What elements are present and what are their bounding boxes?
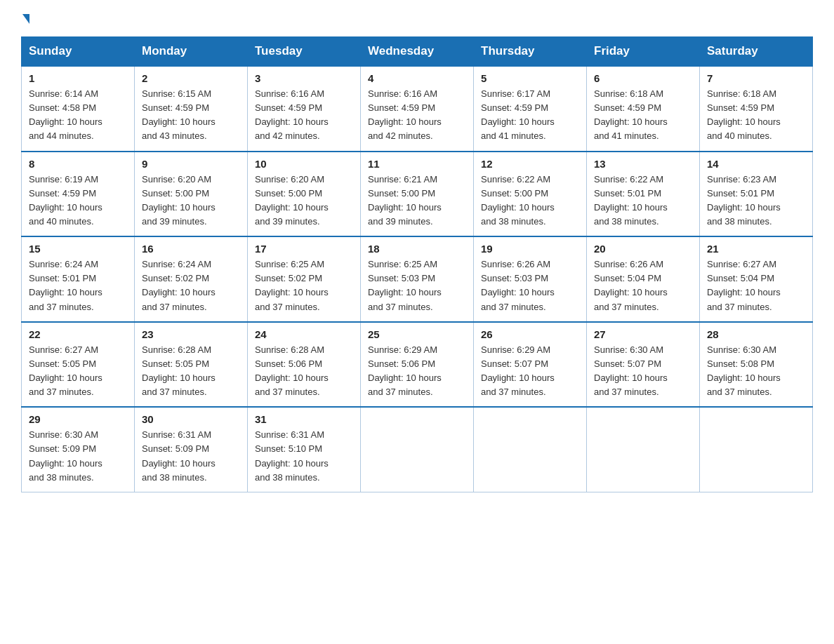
calendar-cell: [474, 407, 587, 492]
week-row-1: 1 Sunrise: 6:14 AMSunset: 4:58 PMDayligh…: [22, 66, 813, 152]
calendar-cell: 24 Sunrise: 6:28 AMSunset: 5:06 PMDaylig…: [248, 322, 361, 408]
calendar-cell: 9 Sunrise: 6:20 AMSunset: 5:00 PMDayligh…: [135, 152, 248, 237]
calendar-table: SundayMondayTuesdayWednesdayThursdayFrid…: [21, 36, 813, 492]
day-number: 18: [368, 243, 466, 255]
day-info: Sunrise: 6:30 AMSunset: 5:07 PMDaylight:…: [594, 344, 668, 397]
calendar-cell: 30 Sunrise: 6:31 AMSunset: 5:09 PMDaylig…: [135, 407, 248, 492]
day-number: 7: [707, 72, 805, 84]
calendar-cell: 3 Sunrise: 6:16 AMSunset: 4:59 PMDayligh…: [248, 66, 361, 152]
day-number: 24: [255, 328, 353, 340]
day-info: Sunrise: 6:25 AMSunset: 5:02 PMDaylight:…: [255, 259, 329, 311]
week-row-3: 15 Sunrise: 6:24 AMSunset: 5:01 PMDaylig…: [22, 236, 813, 322]
calendar-cell: 14 Sunrise: 6:23 AMSunset: 5:01 PMDaylig…: [700, 152, 813, 237]
day-info: Sunrise: 6:22 AMSunset: 5:01 PMDaylight:…: [594, 174, 668, 227]
calendar-cell: 7 Sunrise: 6:18 AMSunset: 4:59 PMDayligh…: [700, 66, 813, 152]
calendar-cell: 26 Sunrise: 6:29 AMSunset: 5:07 PMDaylig…: [474, 322, 587, 408]
calendar-cell: 25 Sunrise: 6:29 AMSunset: 5:06 PMDaylig…: [361, 322, 474, 408]
day-number: 25: [368, 328, 466, 340]
day-info: Sunrise: 6:19 AMSunset: 4:59 PMDaylight:…: [29, 174, 102, 227]
day-number: 28: [707, 328, 805, 340]
day-info: Sunrise: 6:26 AMSunset: 5:03 PMDaylight:…: [481, 259, 555, 311]
logo-arrow-icon: [22, 14, 29, 24]
column-header-sunday: Sunday: [22, 37, 135, 67]
day-number: 16: [142, 243, 240, 255]
day-number: 6: [594, 72, 692, 84]
calendar-cell: 19 Sunrise: 6:26 AMSunset: 5:03 PMDaylig…: [474, 236, 587, 322]
day-number: 26: [481, 328, 579, 340]
calendar-cell: 12 Sunrise: 6:22 AMSunset: 5:00 PMDaylig…: [474, 152, 587, 237]
day-info: Sunrise: 6:31 AMSunset: 5:09 PMDaylight:…: [142, 429, 216, 482]
day-number: 23: [142, 328, 240, 340]
day-number: 13: [594, 158, 692, 170]
day-number: 9: [142, 158, 240, 170]
day-number: 17: [255, 243, 353, 255]
day-info: Sunrise: 6:24 AMSunset: 5:01 PMDaylight:…: [29, 259, 102, 311]
day-number: 11: [368, 158, 466, 170]
column-header-monday: Monday: [135, 37, 248, 67]
column-header-wednesday: Wednesday: [361, 37, 474, 67]
day-info: Sunrise: 6:21 AMSunset: 5:00 PMDaylight:…: [368, 174, 442, 227]
day-number: 3: [255, 72, 353, 84]
calendar-cell: 20 Sunrise: 6:26 AMSunset: 5:04 PMDaylig…: [587, 236, 700, 322]
calendar-cell: 10 Sunrise: 6:20 AMSunset: 5:00 PMDaylig…: [248, 152, 361, 237]
day-number: 20: [594, 243, 692, 255]
calendar-cell: 27 Sunrise: 6:30 AMSunset: 5:07 PMDaylig…: [587, 322, 700, 408]
column-header-friday: Friday: [587, 37, 700, 67]
calendar-cell: 29 Sunrise: 6:30 AMSunset: 5:09 PMDaylig…: [22, 407, 135, 492]
week-row-5: 29 Sunrise: 6:30 AMSunset: 5:09 PMDaylig…: [22, 407, 813, 492]
day-info: Sunrise: 6:23 AMSunset: 5:01 PMDaylight:…: [707, 174, 781, 227]
week-row-2: 8 Sunrise: 6:19 AMSunset: 4:59 PMDayligh…: [22, 152, 813, 237]
day-info: Sunrise: 6:22 AMSunset: 5:00 PMDaylight:…: [481, 174, 555, 227]
day-number: 21: [707, 243, 805, 255]
week-row-4: 22 Sunrise: 6:27 AMSunset: 5:05 PMDaylig…: [22, 322, 813, 408]
calendar-cell: 23 Sunrise: 6:28 AMSunset: 5:05 PMDaylig…: [135, 322, 248, 408]
day-info: Sunrise: 6:31 AMSunset: 5:10 PMDaylight:…: [255, 429, 329, 482]
day-info: Sunrise: 6:18 AMSunset: 4:59 PMDaylight:…: [707, 88, 781, 141]
day-info: Sunrise: 6:30 AMSunset: 5:09 PMDaylight:…: [29, 429, 102, 482]
day-info: Sunrise: 6:28 AMSunset: 5:05 PMDaylight:…: [142, 344, 216, 397]
day-info: Sunrise: 6:28 AMSunset: 5:06 PMDaylight:…: [255, 344, 329, 397]
day-info: Sunrise: 6:14 AMSunset: 4:58 PMDaylight:…: [29, 88, 102, 141]
calendar-cell: 11 Sunrise: 6:21 AMSunset: 5:00 PMDaylig…: [361, 152, 474, 237]
column-header-tuesday: Tuesday: [248, 37, 361, 67]
calendar-cell: [361, 407, 474, 492]
calendar-cell: [700, 407, 813, 492]
calendar-cell: 18 Sunrise: 6:25 AMSunset: 5:03 PMDaylig…: [361, 236, 474, 322]
day-number: 10: [255, 158, 353, 170]
day-info: Sunrise: 6:29 AMSunset: 5:06 PMDaylight:…: [368, 344, 442, 397]
calendar-cell: 15 Sunrise: 6:24 AMSunset: 5:01 PMDaylig…: [22, 236, 135, 322]
day-number: 12: [481, 158, 579, 170]
column-header-thursday: Thursday: [474, 37, 587, 67]
day-info: Sunrise: 6:15 AMSunset: 4:59 PMDaylight:…: [142, 88, 216, 141]
day-number: 27: [594, 328, 692, 340]
day-number: 4: [368, 72, 466, 84]
day-number: 31: [255, 413, 353, 425]
calendar-cell: 31 Sunrise: 6:31 AMSunset: 5:10 PMDaylig…: [248, 407, 361, 492]
calendar-cell: 22 Sunrise: 6:27 AMSunset: 5:05 PMDaylig…: [22, 322, 135, 408]
day-number: 30: [142, 413, 240, 425]
day-info: Sunrise: 6:30 AMSunset: 5:08 PMDaylight:…: [707, 344, 781, 397]
calendar-cell: 16 Sunrise: 6:24 AMSunset: 5:02 PMDaylig…: [135, 236, 248, 322]
calendar-cell: 17 Sunrise: 6:25 AMSunset: 5:02 PMDaylig…: [248, 236, 361, 322]
day-number: 2: [142, 72, 240, 84]
calendar-cell: 13 Sunrise: 6:22 AMSunset: 5:01 PMDaylig…: [587, 152, 700, 237]
calendar-cell: 1 Sunrise: 6:14 AMSunset: 4:58 PMDayligh…: [22, 66, 135, 152]
day-number: 15: [29, 243, 127, 255]
day-info: Sunrise: 6:27 AMSunset: 5:05 PMDaylight:…: [29, 344, 102, 397]
day-number: 14: [707, 158, 805, 170]
day-number: 8: [29, 158, 127, 170]
calendar-cell: 5 Sunrise: 6:17 AMSunset: 4:59 PMDayligh…: [474, 66, 587, 152]
day-info: Sunrise: 6:29 AMSunset: 5:07 PMDaylight:…: [481, 344, 555, 397]
calendar-cell: 21 Sunrise: 6:27 AMSunset: 5:04 PMDaylig…: [700, 236, 813, 322]
day-info: Sunrise: 6:18 AMSunset: 4:59 PMDaylight:…: [594, 88, 668, 141]
day-info: Sunrise: 6:20 AMSunset: 5:00 PMDaylight:…: [255, 174, 329, 227]
day-info: Sunrise: 6:24 AMSunset: 5:02 PMDaylight:…: [142, 259, 216, 311]
calendar-cell: 28 Sunrise: 6:30 AMSunset: 5:08 PMDaylig…: [700, 322, 813, 408]
page-header: [21, 14, 813, 24]
day-number: 19: [481, 243, 579, 255]
logo: [21, 14, 29, 24]
day-info: Sunrise: 6:16 AMSunset: 4:59 PMDaylight:…: [255, 88, 329, 141]
day-info: Sunrise: 6:20 AMSunset: 5:00 PMDaylight:…: [142, 174, 216, 227]
day-info: Sunrise: 6:17 AMSunset: 4:59 PMDaylight:…: [481, 88, 555, 141]
day-number: 29: [29, 413, 127, 425]
